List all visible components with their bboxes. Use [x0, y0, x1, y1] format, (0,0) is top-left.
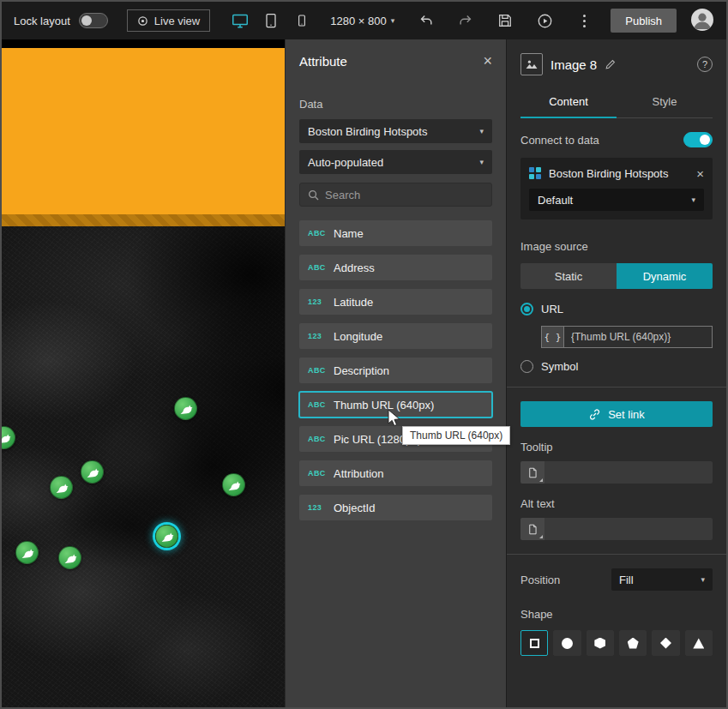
avatar-icon	[690, 8, 714, 32]
position-label: Position	[520, 574, 560, 586]
triangle-icon	[693, 638, 704, 649]
connect-to-data-label: Connect to data	[520, 134, 599, 147]
shape-hexagon-button[interactable]	[587, 630, 614, 656]
static-mode-button[interactable]: Static	[520, 263, 617, 289]
pentagon-icon	[628, 638, 639, 649]
shape-diamond-button[interactable]	[652, 630, 679, 656]
shape-circle-button[interactable]	[553, 630, 581, 656]
tablet-icon	[262, 12, 280, 29]
bird-marker-selected[interactable]	[155, 525, 178, 548]
bird-icon	[21, 546, 34, 560]
device-preview-group	[227, 8, 315, 33]
populate-mode-select[interactable]: Auto-populated ▾	[299, 150, 492, 174]
chevron-down-icon: ▾	[479, 158, 484, 166]
tab-content[interactable]: Content	[520, 87, 617, 118]
design-canvas[interactable]	[2, 39, 285, 707]
alt-text-source-icon[interactable]	[520, 518, 544, 540]
lock-layout-toggle[interactable]	[79, 13, 108, 28]
number-field-icon: 123	[308, 332, 326, 340]
map-canvas[interactable]	[2, 226, 285, 707]
save-icon	[497, 13, 513, 28]
redo-button[interactable]	[453, 8, 478, 33]
attribute-panel: Attribute × Data Boston Birding Hotspots…	[285, 39, 506, 707]
field-item-attribution[interactable]: ABC Attribution	[299, 460, 492, 486]
device-phone-button[interactable]	[289, 8, 315, 33]
tooltip-source-icon[interactable]	[520, 461, 544, 484]
remove-data-source-button[interactable]: ×	[696, 166, 704, 181]
preview-play-button[interactable]	[532, 8, 557, 33]
shape-square-button[interactable]	[520, 630, 548, 656]
string-field-icon: ABC	[308, 263, 326, 272]
bird-icon	[160, 530, 174, 544]
url-expression-input[interactable]	[563, 326, 713, 348]
resolution-dropdown[interactable]: 1280 × 800 ▾	[330, 15, 394, 27]
field-item-name[interactable]: ABC Name	[299, 220, 492, 246]
field-tooltip: Thumb URL (640px)	[402, 426, 510, 445]
number-field-icon: 123	[308, 297, 326, 306]
settings-tabs: Content Style	[520, 87, 713, 118]
search-input[interactable]	[325, 189, 484, 201]
field-item-objectid[interactable]: 123 ObjectId	[299, 495, 492, 520]
field-item-longitude[interactable]: 123 Longitude	[299, 323, 492, 349]
radio-unchecked-icon	[520, 360, 533, 373]
string-field-icon: ABC	[308, 400, 326, 409]
user-avatar-button[interactable]	[690, 8, 714, 34]
data-source-icon	[529, 167, 542, 180]
tab-style[interactable]: Style	[617, 87, 713, 117]
alt-text-input[interactable]	[544, 518, 713, 540]
field-item-latitude[interactable]: 123 Latitude	[299, 289, 492, 315]
toggle-knob	[700, 135, 710, 145]
data-source-select[interactable]: Boston Birding Hotspots ▾	[299, 119, 492, 143]
device-tablet-button[interactable]	[258, 8, 284, 33]
diamond-icon	[660, 638, 671, 649]
data-source-card: Boston Birding Hotspots × Default ▾	[520, 158, 713, 219]
header-widget-block[interactable]	[2, 48, 285, 214]
chevron-down-icon: ▾	[479, 127, 484, 135]
help-icon[interactable]: ?	[697, 57, 713, 72]
device-desktop-button[interactable]	[227, 8, 253, 33]
image-widget-icon	[520, 53, 543, 75]
tooltip-label: Tooltip	[520, 441, 713, 454]
top-toolbar: Lock layout Live view	[2, 2, 726, 39]
url-option-label: URL	[541, 303, 563, 315]
url-radio-option[interactable]: URL	[520, 303, 713, 315]
hexagon-icon	[594, 638, 605, 649]
field-item-description[interactable]: ABC Description	[299, 358, 492, 383]
rename-widget-button[interactable]	[605, 58, 617, 70]
save-button[interactable]	[492, 8, 518, 33]
field-search-box[interactable]	[299, 183, 492, 207]
bird-marker[interactable]	[58, 546, 81, 569]
shape-options	[520, 630, 713, 656]
close-panel-button[interactable]: ×	[483, 53, 492, 69]
bird-icon	[86, 466, 99, 479]
live-view-icon	[137, 15, 148, 27]
bird-marker[interactable]	[50, 476, 73, 499]
toggle-knob	[81, 15, 92, 26]
kebab-icon	[583, 15, 586, 27]
dynamic-mode-button[interactable]: Dynamic	[617, 263, 713, 289]
bird-icon	[63, 551, 77, 565]
divider	[507, 387, 726, 388]
symbol-radio-option[interactable]: Symbol	[520, 360, 713, 373]
more-options-button[interactable]	[571, 8, 597, 33]
tooltip-input[interactable]	[544, 461, 713, 484]
divider	[507, 554, 726, 555]
live-view-button[interactable]: Live view	[127, 9, 210, 32]
undo-button[interactable]	[413, 8, 439, 33]
set-link-label: Set link	[608, 408, 645, 421]
string-field-icon: ABC	[308, 435, 326, 443]
bird-marker[interactable]	[81, 460, 104, 484]
bird-marker[interactable]	[174, 397, 197, 420]
bird-marker[interactable]	[15, 541, 39, 564]
field-item-address[interactable]: ABC Address	[299, 255, 492, 280]
shape-pentagon-button[interactable]	[619, 630, 647, 656]
connect-to-data-toggle[interactable]	[683, 132, 713, 147]
set-link-button[interactable]: Set link	[520, 401, 713, 427]
position-select[interactable]: Fill ▾	[611, 568, 713, 591]
data-view-select[interactable]: Default ▾	[529, 189, 704, 211]
header-widget-edge	[2, 214, 285, 226]
chevron-down-icon: ▾	[701, 575, 705, 584]
bird-marker[interactable]	[222, 473, 245, 496]
publish-button[interactable]: Publish	[611, 9, 677, 33]
shape-triangle-button[interactable]	[685, 630, 713, 656]
